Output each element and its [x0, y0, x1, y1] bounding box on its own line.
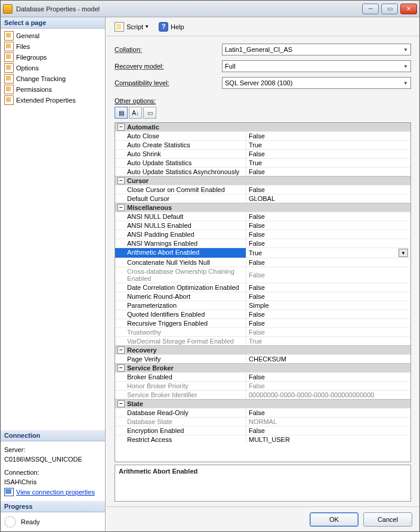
property-value[interactable]: False — [246, 409, 410, 417]
sidebar-item-change-tracking[interactable]: Change Tracking — [1, 73, 105, 84]
property-row[interactable]: TrustworthyFalse — [115, 327, 410, 336]
property-value[interactable]: False — [246, 230, 410, 239]
property-row[interactable]: Broker EnabledFalse — [115, 372, 410, 381]
sidebar-item-extended-properties[interactable]: Extended Properties — [1, 95, 105, 106]
recovery-combo[interactable]: Full ▼ — [222, 60, 411, 72]
collapse-icon[interactable]: − — [118, 400, 125, 407]
property-value[interactable]: False — [246, 292, 410, 301]
categorized-view-button[interactable]: ▤ — [115, 107, 128, 119]
maximize-button[interactable]: ▭ — [381, 4, 398, 14]
property-row[interactable]: ANSI Padding EnabledFalse — [115, 230, 410, 239]
ok-button[interactable]: OK — [310, 512, 359, 527]
property-value[interactable]: True — [246, 141, 410, 149]
category-miscellaneous[interactable]: −Miscellaneous — [115, 203, 410, 212]
sidebar-item-options[interactable]: Options — [1, 63, 105, 73]
minimize-button[interactable]: ─ — [362, 4, 379, 14]
property-row[interactable]: Auto Update Statistics AsynchronouslyFal… — [115, 167, 410, 176]
property-value[interactable]: False — [246, 132, 410, 140]
property-row[interactable]: Page VerifyCHECKSUM — [115, 354, 410, 363]
collapse-icon[interactable]: − — [118, 364, 125, 372]
category-recovery[interactable]: −Recovery — [115, 345, 410, 354]
collation-combo[interactable]: Latin1_General_CI_AS ▼ — [222, 44, 411, 55]
sidebar-item-filegroups[interactable]: Filegroups — [1, 52, 105, 63]
cancel-button[interactable]: Cancel — [363, 512, 412, 527]
property-row[interactable]: ParameterizationSimple — [115, 301, 410, 310]
property-row[interactable]: Auto CloseFalse — [115, 131, 410, 140]
property-value[interactable]: False — [246, 373, 410, 381]
help-button[interactable]: Help — [155, 21, 188, 33]
property-value[interactable]: True▼ — [246, 248, 410, 258]
property-value[interactable]: False — [246, 168, 410, 176]
property-row[interactable]: Numeric Round-AbortFalse — [115, 292, 410, 301]
property-row[interactable]: Date Correlation Optimization EnabledFal… — [115, 283, 410, 292]
property-row[interactable]: Close Cursor on Commit EnabledFalse — [115, 185, 410, 194]
page-icon — [4, 52, 14, 62]
category-cursor[interactable]: −Cursor — [115, 176, 410, 185]
property-row[interactable]: Database Read-OnlyFalse — [115, 408, 410, 417]
property-value[interactable]: False — [246, 258, 410, 267]
property-row[interactable]: Auto Update StatisticsTrue — [115, 158, 410, 167]
property-row[interactable]: ANSI NULL DefaultFalse — [115, 212, 410, 221]
property-value[interactable]: False — [246, 382, 410, 390]
property-row[interactable]: Auto Create StatisticsTrue — [115, 140, 410, 149]
property-row[interactable]: Concatenate Null Yields NullFalse — [115, 258, 410, 267]
property-value[interactable]: False — [246, 150, 410, 158]
property-value[interactable]: False — [246, 185, 410, 194]
property-row[interactable]: Recursive Triggers EnabledFalse — [115, 318, 410, 327]
property-pages-button[interactable]: ▭ — [143, 107, 156, 119]
property-value[interactable]: False — [246, 221, 410, 230]
property-value[interactable]: 00000000-0000-0000-0000-000000000000 — [246, 391, 410, 399]
sidebar-item-label: Files — [16, 43, 30, 50]
property-value[interactable]: False — [246, 426, 410, 435]
property-value[interactable]: Simple — [246, 301, 410, 310]
property-row[interactable]: Auto ShrinkFalse — [115, 149, 410, 158]
property-name: Auto Close — [115, 132, 246, 140]
sidebar-item-label: Change Tracking — [16, 75, 66, 82]
close-button[interactable]: ✕ — [400, 4, 417, 14]
property-value[interactable]: MULTI_USER — [246, 435, 410, 444]
property-value[interactable]: False — [246, 310, 410, 318]
alphabetical-view-button[interactable]: A↓ — [129, 107, 142, 119]
property-row[interactable]: Encryption EnabledFalse — [115, 426, 410, 435]
property-row[interactable]: ANSI NULLS EnabledFalse — [115, 221, 410, 230]
property-name: Page Verify — [115, 355, 246, 363]
property-row[interactable]: Quoted Identifiers EnabledFalse — [115, 310, 410, 318]
collapse-icon[interactable]: − — [118, 123, 125, 131]
property-value[interactable]: False — [246, 239, 410, 248]
category-state[interactable]: −State — [115, 399, 410, 408]
dropdown-button[interactable]: ▼ — [399, 249, 408, 257]
property-row[interactable]: Default CursorGLOBAL — [115, 194, 410, 203]
property-row[interactable]: ANSI Warnings EnabledFalse — [115, 239, 410, 248]
property-value[interactable]: False — [246, 283, 410, 292]
sidebar-item-general[interactable]: General — [1, 30, 105, 41]
property-value[interactable]: GLOBAL — [246, 194, 410, 203]
compat-combo[interactable]: SQL Server 2008 (100) ▼ — [222, 77, 411, 89]
property-name: Date Correlation Optimization Enabled — [115, 283, 246, 292]
category-automatic[interactable]: −Automatic — [115, 123, 410, 131]
property-row[interactable]: Cross-database Ownership Chaining Enable… — [115, 267, 410, 283]
sidebar-item-files[interactable]: Files — [1, 41, 105, 52]
property-value[interactable]: CHECKSUM — [246, 355, 410, 363]
property-row[interactable]: Restrict AccessMULTI_USER — [115, 435, 410, 444]
property-grid[interactable]: −AutomaticAuto CloseFalseAuto Create Sta… — [115, 122, 411, 462]
collapse-icon[interactable]: − — [118, 347, 125, 354]
script-button[interactable]: Script ▼ — [111, 21, 153, 33]
property-value[interactable]: False — [246, 319, 410, 327]
property-row[interactable]: Service Broker Identifier00000000-0000-0… — [115, 390, 410, 399]
sidebar-item-permissions[interactable]: Permissions — [1, 84, 105, 95]
property-value[interactable]: NORMAL — [246, 417, 410, 426]
property-row[interactable]: Honor Broker PriorityFalse — [115, 381, 410, 390]
property-value[interactable]: False — [246, 212, 410, 221]
property-value[interactable]: True — [246, 159, 410, 167]
property-row[interactable]: Database StateNORMAL — [115, 417, 410, 426]
collapse-icon[interactable]: − — [118, 177, 125, 184]
property-row[interactable]: Arithmetic Abort EnabledTrue▼ — [115, 248, 410, 258]
description-box: Arithmetic Abort Enabled — [115, 465, 411, 502]
view-connection-link[interactable]: View connection properties — [4, 488, 101, 496]
property-value[interactable]: True — [246, 337, 410, 345]
collapse-icon[interactable]: − — [118, 204, 125, 211]
property-row[interactable]: VarDecimal Storage Format EnabledTrue — [115, 336, 410, 345]
category-service-broker[interactable]: −Service Broker — [115, 363, 410, 372]
property-value[interactable]: False — [246, 267, 410, 283]
property-value[interactable]: False — [246, 328, 410, 336]
